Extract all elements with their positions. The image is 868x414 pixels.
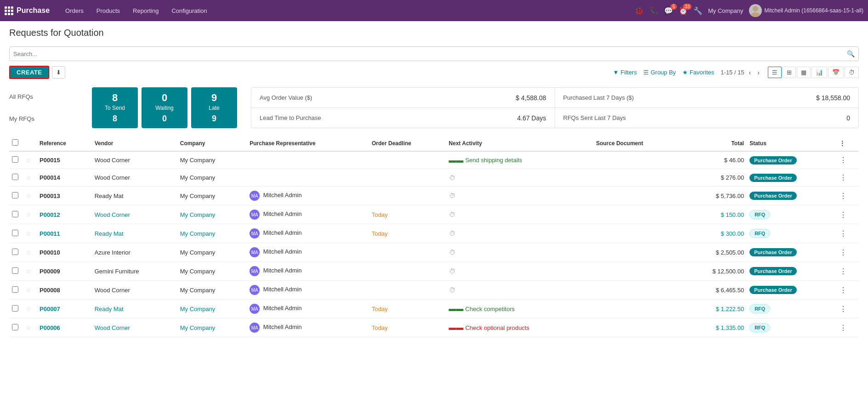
search-input[interactable]: [13, 51, 847, 57]
row-star-icon[interactable]: ☆: [26, 174, 32, 181]
col-more[interactable]: ⋮: [837, 136, 859, 151]
row-star-icon[interactable]: ☆: [26, 305, 32, 312]
row-deadline-cell: Today: [369, 205, 446, 224]
reference-link[interactable]: P00011: [40, 230, 60, 237]
row-star-icon[interactable]: ☆: [26, 249, 32, 256]
company-link[interactable]: My Company: [180, 324, 216, 331]
row-star-icon[interactable]: ☆: [26, 192, 32, 199]
row-more-cell[interactable]: ⋮: [837, 300, 859, 318]
row-reference-cell: P00015: [37, 151, 92, 169]
reference-link[interactable]: P00012: [40, 211, 60, 218]
prev-page-button[interactable]: ‹: [747, 68, 753, 77]
row-star-cell: ☆: [23, 169, 37, 187]
row-star-icon[interactable]: ☆: [26, 211, 32, 218]
phone-icon[interactable]: 📞: [649, 6, 658, 15]
vendor-link[interactable]: Ready Mat: [95, 306, 124, 312]
row-more-cell[interactable]: ⋮: [837, 262, 859, 281]
reference-link[interactable]: P00006: [40, 324, 60, 331]
row-company-cell: My Company: [177, 262, 247, 281]
row-vendor-cell: Wood Corner: [92, 169, 177, 187]
menu-reporting[interactable]: Reporting: [126, 0, 165, 21]
col-company[interactable]: Company: [177, 136, 247, 151]
grid-view-button[interactable]: ▦: [797, 67, 811, 78]
calendar-view-button[interactable]: 📅: [828, 67, 844, 78]
favorites-button[interactable]: ★ Favorites: [682, 69, 714, 76]
row-more-cell[interactable]: ⋮: [837, 224, 859, 243]
row-more-cell[interactable]: ⋮: [837, 243, 859, 262]
col-activity[interactable]: Next Activity: [446, 136, 594, 151]
activity-view-button[interactable]: ⏱: [845, 67, 859, 78]
table-row: ☆ P00010 Azure Interior My Company MA Mi…: [9, 243, 859, 262]
row-star-icon[interactable]: ☆: [26, 324, 32, 331]
rfq-labels: All RFQs My RFQs: [9, 87, 92, 128]
row-checkbox[interactable]: [12, 286, 18, 293]
col-total[interactable]: Total: [683, 136, 747, 151]
row-more-cell[interactable]: ⋮: [837, 281, 859, 300]
next-page-button[interactable]: ›: [755, 68, 761, 77]
filters-button[interactable]: ▼ Filters: [613, 69, 637, 76]
col-vendor[interactable]: Vendor: [92, 136, 177, 151]
row-reference-cell: P00012: [37, 205, 92, 224]
row-checkbox[interactable]: [12, 174, 18, 180]
reference-link[interactable]: P00007: [40, 306, 60, 312]
row-more-cell[interactable]: ⋮: [837, 151, 859, 169]
app-grid-icon[interactable]: [5, 6, 13, 15]
row-checkbox[interactable]: [12, 324, 18, 330]
row-star-icon[interactable]: ☆: [26, 286, 32, 294]
row-star-icon[interactable]: ☆: [26, 230, 32, 237]
list-view-button[interactable]: ☰: [768, 67, 782, 78]
vendor-link[interactable]: Wood Corner: [95, 211, 130, 218]
company-link[interactable]: My Company: [180, 211, 216, 218]
col-source[interactable]: Source Document: [593, 136, 683, 151]
vendor-link[interactable]: Ready Mat: [95, 230, 124, 237]
menu-orders[interactable]: Orders: [59, 0, 90, 21]
row-checkbox[interactable]: [12, 230, 18, 236]
row-more-cell[interactable]: ⋮: [837, 187, 859, 205]
row-reference-cell: P00014: [37, 169, 92, 187]
row-star-icon[interactable]: ☆: [26, 267, 32, 275]
settings-icon[interactable]: 🔧: [693, 6, 703, 15]
menu-configuration[interactable]: Configuration: [165, 0, 213, 21]
chat-icon[interactable]: 💬 5: [664, 6, 673, 15]
row-checkbox[interactable]: [12, 211, 18, 217]
select-all-checkbox[interactable]: [12, 139, 18, 146]
user-menu[interactable]: Mitchell Admin (16566864-saas-15-1-all): [749, 4, 863, 17]
bug-icon[interactable]: 🐞: [635, 6, 644, 15]
col-deadline[interactable]: Order Deadline: [369, 136, 446, 151]
row-star-icon[interactable]: ☆: [26, 157, 32, 164]
company-link[interactable]: My Company: [180, 230, 216, 237]
row-checkbox[interactable]: [12, 156, 18, 163]
svg-point-0: [753, 6, 758, 11]
download-button[interactable]: ⬇: [52, 66, 65, 79]
col-rep[interactable]: Purchase Representative: [247, 136, 369, 151]
row-more-cell[interactable]: ⋮: [837, 318, 859, 337]
row-deadline-cell: [369, 243, 446, 262]
menu-products[interactable]: Products: [90, 0, 126, 21]
vendor-link[interactable]: Wood Corner: [95, 324, 130, 331]
waiting-card[interactable]: 0 Waiting 0: [142, 87, 187, 128]
row-checkbox[interactable]: [12, 192, 18, 198]
groupby-button[interactable]: ☰ Group By: [643, 69, 676, 76]
row-checkbox[interactable]: [12, 305, 18, 312]
row-vendor-cell: Wood Corner: [92, 281, 177, 300]
company-link[interactable]: My Company: [180, 306, 216, 312]
activity-icon[interactable]: ⏰ 33: [679, 6, 688, 15]
col-status[interactable]: Status: [747, 136, 837, 151]
col-reference[interactable]: Reference: [37, 136, 92, 151]
row-more-cell[interactable]: ⋮: [837, 205, 859, 224]
kanban-view-button[interactable]: ⊞: [783, 67, 796, 78]
late-card[interactable]: 9 Late 9: [191, 87, 237, 128]
main-content: Requests for Quotation 🔍 CREATE ⬇ ▼ Filt…: [0, 21, 868, 414]
row-deadline-cell: [369, 262, 446, 281]
row-more-cell[interactable]: ⋮: [837, 169, 859, 187]
vendor-name: Wood Corner: [95, 157, 130, 164]
create-button[interactable]: CREATE: [9, 66, 49, 79]
company-name[interactable]: My Company: [708, 7, 743, 14]
my-rfqs-label: My RFQs: [9, 115, 92, 122]
row-checkbox[interactable]: [12, 249, 18, 255]
chart-view-button[interactable]: 📊: [811, 67, 827, 78]
row-checkbox[interactable]: [12, 267, 18, 274]
app-brand[interactable]: Purchase: [17, 6, 50, 15]
to-send-card[interactable]: 8 To Send 8: [92, 87, 138, 128]
rep-avatar: MA: [250, 323, 260, 333]
